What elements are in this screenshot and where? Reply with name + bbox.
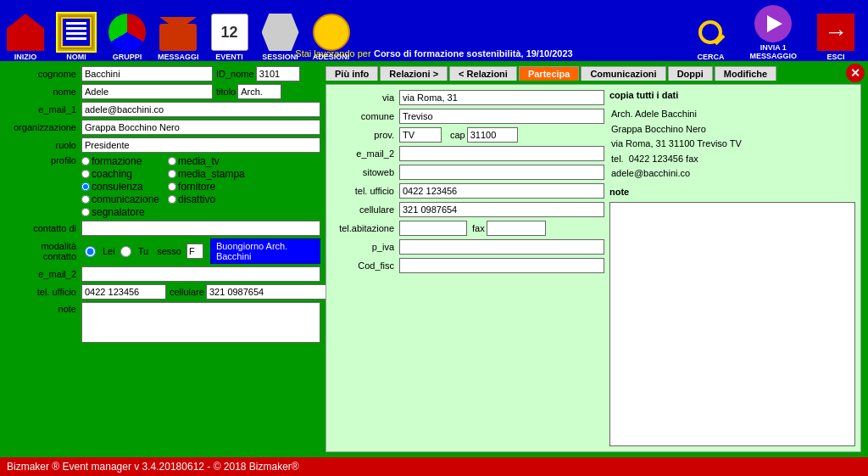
cognome-input[interactable] [81,66,213,81]
radio-coaching[interactable] [81,170,90,178]
tel-ufficio-left-input[interactable] [81,284,166,300]
radio-consulenza[interactable] [81,182,90,191]
tel-abi-input[interactable] [399,221,467,236]
cerca-icon [692,14,729,51]
left-panel: cognome ID_nome nome titolo e_mail_1 org… [7,66,320,452]
right-panel: Più info Relazioni > < Relazioni Parteci… [326,66,861,452]
radio-segnalatore[interactable] [81,208,90,216]
note-tab-textarea[interactable] [609,202,855,446]
nomi-icon [59,15,93,49]
comune-input[interactable] [399,109,604,124]
via-input[interactable] [399,90,604,105]
label-consulenza: consulenza [92,181,143,193]
tab-comunicazioni[interactable]: Comunicazioni [581,66,665,81]
radio-disattivo[interactable] [168,195,176,204]
email2-tab-input[interactable] [399,146,604,161]
main-content: cognome ID_nome nome titolo e_mail_1 org… [0,61,868,457]
copy-content: Arch. Adele Bacchini Grappa Bocchino Ner… [609,105,855,183]
tab-content-area: via comune prov. cap [326,84,861,452]
note-left-label: note [7,302,81,314]
contatto-label: contatto di [7,223,81,233]
ruolo-input[interactable] [81,137,320,153]
titolo-label: titolo [216,87,236,97]
tab-doppi[interactable]: Doppi [668,66,713,81]
contatto-input[interactable] [81,221,320,236]
titolo-input[interactable] [237,84,281,99]
cod-fisc-input[interactable] [399,258,604,273]
p-iva-label: p_iva [331,242,399,252]
profilo-media-tv[interactable]: media_tv [168,155,246,167]
tab-relazioni-in[interactable]: < Relazioni [449,66,517,81]
tel-ufficio-tab-input[interactable] [399,183,604,199]
note-left-textarea[interactable] [81,302,320,343]
id-nome-label: ID_nome [216,69,254,79]
cod-fisc-row: Cod_fisc [331,258,604,273]
via-label: via [331,92,399,103]
profilo-disattivo[interactable]: disattivo [168,193,246,205]
radio-tu[interactable] [120,246,131,257]
prov-input[interactable] [399,127,442,143]
organizzazione-label: organizzazione [7,122,81,132]
sesso-label: sesso [157,246,181,256]
invia-icon [754,5,792,42]
email2-tab-row: e_mail_2 [331,146,604,161]
label-media-tv: media_tv [178,155,220,167]
statusbar: Bizmaker ® Event manager v 3.4.20180612 … [0,457,868,476]
profilo-coaching[interactable]: coaching [81,168,159,180]
tab-piu-info[interactable]: Più info [326,66,378,81]
cellulare-tab-input[interactable] [399,202,604,217]
email2-left-input[interactable] [81,266,320,282]
email1-input[interactable] [81,102,320,117]
comune-label: comune [331,111,399,121]
profilo-segnalatore[interactable]: segnalatore [81,206,159,218]
copy-header: copia tutti i dati [609,90,855,100]
tel-row: tel. ufficio cellulare [7,284,320,300]
eventi-icon: 12 [211,14,248,51]
profilo-formazione[interactable]: formazione [81,155,159,167]
adesioni-icon [313,14,350,51]
tel-abi-row: tel.abitazione fax [331,221,604,236]
nome-input[interactable] [81,84,213,99]
cellulare-tab-label: cellulare [331,204,399,215]
topbar: Inizio Nomi Gruppi [0,0,868,61]
tab-partecipa[interactable]: Partecipa [519,66,580,81]
tab-modifiche[interactable]: Modifiche [715,66,776,81]
email2-left-label: e_mail_2 [7,269,81,279]
organizzazione-input[interactable] [81,120,320,135]
label-coaching: coaching [92,168,132,180]
close-button[interactable]: ✕ [846,64,865,82]
label-segnalatore: segnalatore [92,206,145,218]
label-formazione: formazione [92,155,142,167]
sessioni-icon [262,14,299,51]
cognome-label: cognome [7,69,81,79]
profilo-consulenza[interactable]: consulenza [81,181,159,193]
tab-content-right: copia tutti i dati Arch. Adele Bacchini … [609,90,855,446]
radio-media-stampa[interactable] [168,170,176,178]
sitoweb-input[interactable] [399,165,604,180]
id-nome-input[interactable] [256,66,300,81]
p-iva-input[interactable] [399,239,604,255]
greeting-box: Buongiorno Arch.Bacchini [210,238,320,264]
prov-label: prov. [331,130,399,140]
profilo-media-stampa[interactable]: media_stampa [168,168,246,180]
status-prefix: Stai lavorando per [295,48,370,59]
note-tab-label: note [609,187,855,197]
radio-fornitore[interactable] [168,182,176,191]
sesso-input[interactable] [186,244,203,259]
radio-formazione[interactable] [81,157,90,165]
radio-media-tv[interactable] [168,157,176,165]
radio-lei[interactable] [85,246,96,257]
radio-comunicazione[interactable] [81,195,90,204]
fax-input[interactable] [487,221,546,236]
cellulare-left-input[interactable] [206,284,330,300]
inizio-icon [7,14,44,51]
ruolo-label: ruolo [7,140,81,150]
cellulare-tab-row: cellulare [331,202,604,217]
profilo-comunicazione[interactable]: comunicazione [81,193,159,205]
profilo-fornitore[interactable]: fornitore [168,181,246,193]
cap-input[interactable] [467,127,518,143]
tel-ufficio-tab-row: tel. ufficio [331,183,604,199]
tab-relazioni-out[interactable]: Relazioni > [380,66,448,81]
gruppi-icon [108,14,146,51]
via-row: via [331,90,604,105]
